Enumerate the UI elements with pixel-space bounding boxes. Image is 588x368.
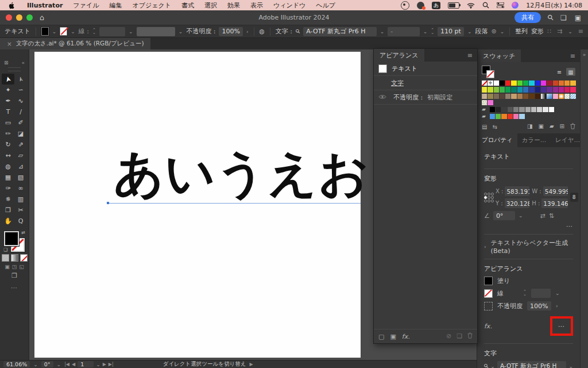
swatch[interactable] <box>547 80 552 86</box>
swatch[interactable] <box>523 87 528 92</box>
swatch[interactable] <box>508 107 513 112</box>
font-search-icon[interactable]: ⚲ <box>294 28 301 35</box>
font-family-select[interactable]: A-OTF 新丸ゴ Pr6 H <box>497 361 567 368</box>
duplicate-item-icon[interactable]: ❏ <box>457 332 462 340</box>
menubar-app-menu[interactable]: Illustrator <box>22 2 68 9</box>
swatch[interactable] <box>517 80 523 86</box>
workspace-switcher-icon[interactable]: ▣ <box>575 14 582 22</box>
swatch[interactable] <box>525 107 531 112</box>
fill-indicator[interactable] <box>4 231 19 246</box>
last-artboard-icon[interactable]: ▶| <box>109 362 114 367</box>
swatch[interactable] <box>488 87 493 92</box>
draw-inside-icon[interactable]: ◱ <box>19 264 24 270</box>
swatch[interactable] <box>529 80 534 86</box>
swatch[interactable] <box>490 107 495 112</box>
magic-wand-tool[interactable]: ✦ <box>2 85 14 95</box>
slice-tool[interactable]: ✂ <box>14 205 27 216</box>
scale-tool[interactable]: ⇗ <box>14 139 27 150</box>
menubar-menu[interactable]: ウィンドウ <box>268 2 311 9</box>
appearance-panel-menu-icon[interactable]: ≡ <box>463 52 477 59</box>
status-expand-icon[interactable]: ▶ <box>249 362 253 367</box>
tools-collapse-icon[interactable]: « <box>21 60 25 66</box>
draw-behind-icon[interactable]: ◳ <box>12 264 17 270</box>
swatch[interactable] <box>500 87 505 92</box>
opacity-field[interactable]: 100% <box>219 27 242 36</box>
color-group-folder-icon[interactable]: ▰ <box>482 106 489 112</box>
window-zoom-button[interactable] <box>26 14 33 21</box>
swatch-options-icon[interactable]: ▣ <box>538 123 543 131</box>
swatch[interactable] <box>570 87 575 92</box>
swatch[interactable] <box>505 87 510 92</box>
swatch[interactable] <box>500 80 505 86</box>
stroke-weight-chevron-icon[interactable]: ⌄ <box>129 29 133 34</box>
constrain-proportions-icon[interactable]: 8 <box>570 193 578 202</box>
vector-generation-label[interactable]: テキストからベクター生成 (Beta) <box>491 239 573 255</box>
swatch[interactable] <box>490 114 495 119</box>
free-transform-tool[interactable]: ▱ <box>14 150 27 161</box>
screen-mode-icon[interactable]: ❐ <box>1 272 28 279</box>
artboard-number-field[interactable]: 1 <box>78 361 94 367</box>
rotate-angle-select[interactable]: 0° <box>493 211 515 220</box>
swatch[interactable] <box>517 87 523 92</box>
swatch[interactable] <box>570 94 575 99</box>
swatch[interactable] <box>553 94 558 99</box>
next-artboard-icon[interactable]: ▶ <box>103 362 106 367</box>
fill-chevron-icon[interactable]: ⌄ <box>52 29 57 34</box>
isolate-icon[interactable]: ∷ <box>547 28 551 35</box>
fill-stroke-control[interactable]: ⇄ ❏ <box>4 231 25 252</box>
tab-close-icon[interactable]: × <box>7 40 12 47</box>
swatch[interactable] <box>559 80 564 86</box>
add-new-stroke-icon[interactable]: ▢ <box>378 333 384 340</box>
eraser-tool[interactable]: ◪ <box>14 128 27 139</box>
siri-icon[interactable] <box>512 2 519 9</box>
gradient-tool[interactable]: ▧ <box>14 172 27 183</box>
swatch[interactable] <box>547 94 552 99</box>
swatch[interactable] <box>564 80 570 86</box>
stroke-weight-field[interactable] <box>531 289 551 298</box>
swatch[interactable] <box>494 87 499 92</box>
swatch[interactable] <box>570 80 575 86</box>
stroke-color-swatch[interactable] <box>60 27 67 36</box>
swatch[interactable] <box>501 114 506 119</box>
document-tab[interactable]: × 文字の太さ.ai* @ 61.06 % (RGB/プレビュー) <box>0 38 150 49</box>
appearance-row-characters[interactable]: 文字 <box>374 76 477 90</box>
curvature-tool[interactable]: ∿ <box>14 95 27 106</box>
stroke-swatch[interactable] <box>484 289 493 298</box>
appearance-more-options[interactable]: ⋯ <box>558 323 565 330</box>
shape-builder-tool[interactable]: ◍ <box>2 161 14 172</box>
panel-tab[interactable]: カラー… <box>517 133 551 147</box>
brush-definition-field[interactable] <box>137 27 175 36</box>
swatch[interactable] <box>500 94 505 99</box>
swatch[interactable] <box>482 94 487 99</box>
direct-selection-tool[interactable]: ➣ <box>14 74 27 85</box>
first-artboard-icon[interactable]: |◀ <box>64 362 69 367</box>
recolor-artwork-icon[interactable]: ◍ <box>259 28 265 35</box>
arrange-documents-icon[interactable]: ❏ <box>560 14 568 22</box>
swatches-panel-menu-icon[interactable]: ≡ <box>566 52 580 60</box>
blend-tool[interactable]: ∞ <box>14 183 27 194</box>
stroke-weight-field[interactable] <box>99 27 125 36</box>
font-search-icon[interactable]: ⚲ <box>482 362 490 368</box>
swatch[interactable] <box>553 80 558 86</box>
swatch[interactable] <box>559 94 564 99</box>
flip-vertical-icon[interactable]: ⇅ <box>549 212 554 220</box>
edit-toolbar-icon[interactable]: ⋯ <box>1 284 28 292</box>
hand-tool[interactable]: ✋ <box>2 216 14 227</box>
none-mode-button[interactable] <box>20 254 28 262</box>
swatch[interactable] <box>541 80 546 86</box>
new-color-group-icon[interactable]: ▰ <box>550 123 554 131</box>
menu-extra-icon-1[interactable] <box>401 1 409 10</box>
appearance-panel-tab[interactable]: アピアランス <box>374 49 424 62</box>
tools-close-icon[interactable]: ⊠ <box>4 60 9 66</box>
battery-icon[interactable] <box>448 2 459 9</box>
flip-horizontal-icon[interactable]: ⇄ <box>540 212 545 220</box>
color-group-folder-icon[interactable]: ▰ <box>482 113 489 119</box>
swatch[interactable] <box>523 80 528 86</box>
wifi-icon[interactable] <box>467 2 475 9</box>
rotation-select[interactable]: 0° <box>41 361 53 367</box>
search-icon[interactable]: ⚲ <box>546 13 555 22</box>
column-graph-tool[interactable]: ▥ <box>14 194 27 205</box>
apple-logo-icon[interactable] <box>8 2 15 9</box>
swatch[interactable] <box>488 94 493 99</box>
add-effect-icon[interactable]: fx. <box>402 333 410 340</box>
